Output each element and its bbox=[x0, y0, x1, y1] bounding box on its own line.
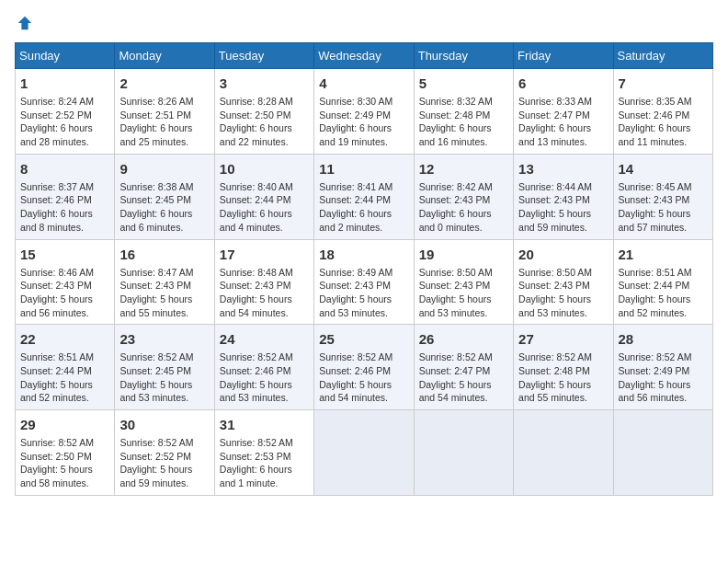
day-number: 10 bbox=[220, 159, 309, 178]
sunrise-text: Sunrise: 8:52 AM bbox=[220, 437, 293, 448]
sunrise-text: Sunrise: 8:37 AM bbox=[20, 181, 94, 192]
sunset-text: Sunset: 2:46 PM bbox=[319, 365, 391, 376]
sunset-text: Sunset: 2:48 PM bbox=[518, 365, 590, 376]
calendar-cell: 19Sunrise: 8:50 AMSunset: 2:43 PMDayligh… bbox=[414, 239, 513, 325]
sunrise-text: Sunrise: 8:24 AM bbox=[20, 96, 94, 107]
sunrise-text: Sunrise: 8:52 AM bbox=[20, 437, 94, 448]
sunset-text: Sunset: 2:52 PM bbox=[20, 109, 92, 121]
day-number: 30 bbox=[119, 415, 209, 434]
sunrise-text: Sunrise: 8:50 AM bbox=[419, 267, 493, 278]
sunset-text: Sunset: 2:53 PM bbox=[220, 451, 291, 462]
day-number: 20 bbox=[518, 245, 608, 264]
sunrise-text: Sunrise: 8:52 AM bbox=[119, 351, 193, 362]
day-number: 4 bbox=[319, 74, 408, 93]
calendar-cell: 2Sunrise: 8:26 AMSunset: 2:51 PMDaylight… bbox=[115, 69, 214, 155]
daylight-text: Daylight: 6 hours and 16 minutes. bbox=[419, 122, 492, 147]
calendar-cell: 23Sunrise: 8:52 AMSunset: 2:45 PMDayligh… bbox=[115, 325, 214, 410]
page-header bbox=[15, 15, 713, 31]
calendar-week-3: 15Sunrise: 8:46 AMSunset: 2:43 PMDayligh… bbox=[16, 239, 713, 325]
day-number: 5 bbox=[419, 74, 508, 93]
calendar-cell: 26Sunrise: 8:52 AMSunset: 2:47 PMDayligh… bbox=[414, 325, 513, 410]
day-number: 12 bbox=[419, 159, 508, 178]
sunrise-text: Sunrise: 8:40 AM bbox=[220, 181, 293, 192]
calendar-cell: 7Sunrise: 8:35 AMSunset: 2:46 PMDaylight… bbox=[613, 69, 712, 155]
daylight-text: Daylight: 5 hours and 59 minutes. bbox=[518, 208, 591, 233]
sunset-text: Sunset: 2:46 PM bbox=[20, 194, 92, 205]
calendar-cell: 6Sunrise: 8:33 AMSunset: 2:47 PMDaylight… bbox=[514, 69, 613, 155]
sunrise-text: Sunrise: 8:30 AM bbox=[319, 96, 392, 107]
daylight-text: Daylight: 5 hours and 53 minutes. bbox=[518, 293, 591, 318]
day-number: 21 bbox=[619, 245, 708, 264]
sunset-text: Sunset: 2:47 PM bbox=[419, 365, 491, 376]
calendar-cell: 12Sunrise: 8:42 AMSunset: 2:43 PMDayligh… bbox=[414, 154, 513, 239]
calendar-cell: 4Sunrise: 8:30 AMSunset: 2:49 PMDaylight… bbox=[314, 69, 414, 155]
daylight-text: Daylight: 5 hours and 53 minutes. bbox=[220, 379, 292, 404]
sunrise-text: Sunrise: 8:32 AM bbox=[419, 96, 493, 107]
sunrise-text: Sunrise: 8:51 AM bbox=[619, 267, 692, 278]
sunrise-text: Sunrise: 8:50 AM bbox=[518, 267, 592, 278]
day-number: 11 bbox=[319, 159, 408, 178]
daylight-text: Daylight: 6 hours and 28 minutes. bbox=[20, 122, 93, 147]
calendar-cell: 9Sunrise: 8:38 AMSunset: 2:45 PMDaylight… bbox=[115, 154, 214, 239]
sunset-text: Sunset: 2:45 PM bbox=[119, 365, 191, 376]
calendar-cell: 11Sunrise: 8:41 AMSunset: 2:44 PMDayligh… bbox=[314, 154, 414, 239]
calendar-cell: 8Sunrise: 8:37 AMSunset: 2:46 PMDaylight… bbox=[16, 154, 115, 239]
daylight-text: Daylight: 5 hours and 53 minutes. bbox=[419, 293, 492, 318]
sunset-text: Sunset: 2:48 PM bbox=[419, 109, 491, 121]
daylight-text: Daylight: 6 hours and 4 minutes. bbox=[220, 208, 292, 233]
calendar-cell: 28Sunrise: 8:52 AMSunset: 2:49 PMDayligh… bbox=[613, 325, 712, 410]
sunrise-text: Sunrise: 8:44 AM bbox=[518, 181, 592, 192]
day-number: 31 bbox=[220, 415, 309, 434]
sunrise-text: Sunrise: 8:26 AM bbox=[119, 96, 193, 107]
calendar-cell bbox=[414, 410, 513, 496]
sunset-text: Sunset: 2:43 PM bbox=[419, 194, 491, 205]
weekday-header-friday: Friday bbox=[514, 43, 613, 69]
day-number: 3 bbox=[220, 74, 309, 93]
sunrise-text: Sunrise: 8:52 AM bbox=[319, 351, 392, 362]
sunrise-text: Sunrise: 8:52 AM bbox=[220, 351, 293, 362]
daylight-text: Daylight: 5 hours and 54 minutes. bbox=[419, 379, 492, 404]
sunset-text: Sunset: 2:52 PM bbox=[119, 451, 191, 462]
calendar-cell: 29Sunrise: 8:52 AMSunset: 2:50 PMDayligh… bbox=[16, 410, 115, 496]
sunset-text: Sunset: 2:43 PM bbox=[319, 280, 391, 291]
sunset-text: Sunset: 2:43 PM bbox=[119, 280, 191, 291]
day-number: 28 bbox=[619, 329, 708, 349]
daylight-text: Daylight: 6 hours and 19 minutes. bbox=[319, 122, 392, 147]
daylight-text: Daylight: 6 hours and 6 minutes. bbox=[119, 208, 192, 233]
calendar-table: SundayMondayTuesdayWednesdayThursdayFrid… bbox=[15, 42, 713, 496]
sunset-text: Sunset: 2:49 PM bbox=[319, 109, 391, 121]
sunrise-text: Sunrise: 8:47 AM bbox=[119, 267, 193, 278]
sunset-text: Sunset: 2:43 PM bbox=[518, 280, 590, 291]
sunrise-text: Sunrise: 8:51 AM bbox=[20, 351, 94, 362]
sunset-text: Sunset: 2:43 PM bbox=[419, 280, 491, 291]
sunset-text: Sunset: 2:47 PM bbox=[518, 109, 590, 121]
calendar-week-2: 8Sunrise: 8:37 AMSunset: 2:46 PMDaylight… bbox=[16, 154, 713, 239]
calendar-cell: 22Sunrise: 8:51 AMSunset: 2:44 PMDayligh… bbox=[16, 325, 115, 410]
day-number: 6 bbox=[518, 74, 608, 93]
sunset-text: Sunset: 2:44 PM bbox=[619, 280, 690, 291]
daylight-text: Daylight: 6 hours and 8 minutes. bbox=[20, 208, 93, 233]
day-number: 19 bbox=[419, 245, 508, 264]
day-number: 18 bbox=[319, 245, 408, 264]
daylight-text: Daylight: 5 hours and 56 minutes. bbox=[619, 379, 691, 404]
weekday-header-thursday: Thursday bbox=[414, 43, 513, 69]
calendar-cell: 18Sunrise: 8:49 AMSunset: 2:43 PMDayligh… bbox=[314, 239, 414, 325]
calendar-week-5: 29Sunrise: 8:52 AMSunset: 2:50 PMDayligh… bbox=[16, 410, 713, 496]
sunset-text: Sunset: 2:44 PM bbox=[319, 194, 391, 205]
sunset-text: Sunset: 2:43 PM bbox=[518, 194, 590, 205]
sunrise-text: Sunrise: 8:49 AM bbox=[319, 267, 392, 278]
daylight-text: Daylight: 5 hours and 53 minutes. bbox=[119, 379, 192, 404]
calendar-cell: 24Sunrise: 8:52 AMSunset: 2:46 PMDayligh… bbox=[214, 325, 313, 410]
day-number: 24 bbox=[220, 329, 309, 349]
daylight-text: Daylight: 5 hours and 55 minutes. bbox=[119, 293, 192, 318]
daylight-text: Daylight: 5 hours and 53 minutes. bbox=[319, 293, 392, 318]
day-number: 17 bbox=[220, 245, 309, 264]
day-number: 9 bbox=[119, 159, 209, 178]
day-number: 23 bbox=[119, 329, 209, 349]
daylight-text: Daylight: 6 hours and 13 minutes. bbox=[518, 122, 591, 147]
sunrise-text: Sunrise: 8:28 AM bbox=[220, 96, 293, 107]
daylight-text: Daylight: 5 hours and 52 minutes. bbox=[20, 379, 93, 404]
sunrise-text: Sunrise: 8:38 AM bbox=[119, 181, 193, 192]
weekday-header-sunday: Sunday bbox=[16, 43, 115, 69]
day-number: 15 bbox=[20, 245, 109, 264]
